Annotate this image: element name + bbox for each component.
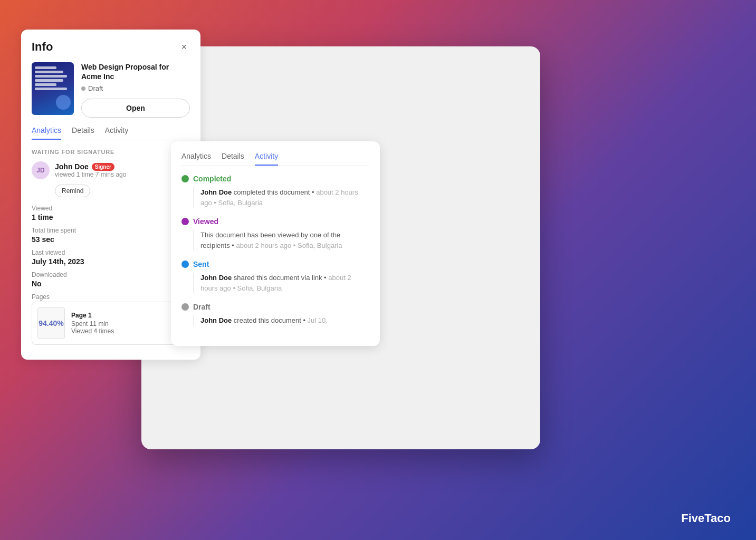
stat-lastviewed: Last viewed July 14th, 2023 xyxy=(32,249,190,266)
thumb-line xyxy=(35,66,56,69)
stat-downloaded-value: No xyxy=(32,279,190,288)
signer-viewed-text: viewed 1 time 7 mins ago xyxy=(55,171,190,178)
activity-content-draft: John Doe created this document • Jul 10, xyxy=(193,315,369,326)
activity-dot-draft xyxy=(181,303,189,311)
activity-header-viewed: Viewed xyxy=(181,217,369,226)
thumb-accent xyxy=(56,95,71,110)
page-percent: 94.40% xyxy=(39,319,63,327)
activity-panel: Analytics Details Activity Completed Joh… xyxy=(171,141,380,346)
activity-text-completed: completed this document • xyxy=(234,188,316,196)
activity-meta-draft: Jul 10, xyxy=(308,316,328,324)
signer-name-row: John Doe Signer xyxy=(55,162,190,171)
branding: FiveTaco xyxy=(681,512,731,525)
stat-downloaded-label: Downloaded xyxy=(32,271,190,278)
pages-section: Pages 94.40% Page 1 Spent 11 min Viewed … xyxy=(32,293,190,345)
document-name: Web Design Proposal for Acme Inc xyxy=(81,62,190,81)
remind-button[interactable]: Remind xyxy=(55,185,90,197)
status-dot xyxy=(81,86,85,91)
info-header: Info × xyxy=(32,40,190,54)
activity-actor-completed: John Doe xyxy=(200,188,232,196)
activity-item-draft: Draft John Doe created this document • J… xyxy=(181,303,369,326)
activity-label-sent: Sent xyxy=(193,260,209,268)
status-text: Draft xyxy=(88,84,103,92)
page-card: 94.40% Page 1 Spent 11 min Viewed 4 time… xyxy=(32,302,190,345)
activity-label-viewed: Viewed xyxy=(193,217,218,226)
activity-header-completed: Completed xyxy=(181,175,369,183)
activity-tab-details[interactable]: Details xyxy=(222,152,244,166)
activity-text-sent: shared this document via link • xyxy=(234,274,328,282)
page-viewed: Viewed 4 times xyxy=(71,327,114,335)
signer-badge: Signer xyxy=(92,163,114,171)
stat-time: Total time spent 53 sec xyxy=(32,227,190,244)
document-info: Web Design Proposal for Acme Inc Draft O… xyxy=(81,62,190,118)
activity-content-viewed: This document has been viewed by one of … xyxy=(193,230,369,250)
activity-actor-draft: John Doe xyxy=(200,316,232,324)
stat-viewed: Viewed 1 time xyxy=(32,205,190,221)
pages-label: Pages xyxy=(32,293,190,301)
document-thumbnail xyxy=(32,62,74,115)
thumb-line xyxy=(35,83,56,86)
activity-label-draft: Draft xyxy=(193,303,210,311)
activity-label-completed: Completed xyxy=(193,175,231,183)
activity-dot-viewed xyxy=(181,218,189,225)
stat-lastviewed-label: Last viewed xyxy=(32,249,190,256)
document-preview-row: Web Design Proposal for Acme Inc Draft O… xyxy=(32,62,190,118)
page-thumbnail: 94.40% xyxy=(37,307,65,339)
activity-tab-analytics[interactable]: Analytics xyxy=(181,152,211,166)
stat-viewed-label: Viewed xyxy=(32,205,190,212)
info-panel-title: Info xyxy=(32,40,53,54)
activity-text-draft: created this document • xyxy=(234,316,308,324)
document-status-row: Draft xyxy=(81,84,190,92)
signer-row: JD John Doe Signer viewed 1 time 7 mins … xyxy=(32,161,190,179)
signer-info: John Doe Signer viewed 1 time 7 mins ago xyxy=(55,162,190,178)
stat-time-value: 53 sec xyxy=(32,235,190,244)
activity-dot-completed xyxy=(181,175,189,182)
activity-item-completed: Completed John Doe completed this docume… xyxy=(181,175,369,208)
waiting-label: WAITING FOR SIGNATURE xyxy=(32,149,190,155)
tab-activity[interactable]: Activity xyxy=(105,126,128,140)
stat-downloaded: Downloaded No xyxy=(32,271,190,288)
signer-avatar: JD xyxy=(32,161,50,179)
activity-meta-viewed: about 2 hours ago • Sofia, Bulgaria xyxy=(236,242,342,249)
activity-dot-sent xyxy=(181,261,189,268)
activity-item-viewed: Viewed This document has been viewed by … xyxy=(181,217,369,250)
close-button[interactable]: × xyxy=(178,41,190,54)
stat-lastviewed-value: July 14th, 2023 xyxy=(32,257,190,266)
stat-time-label: Total time spent xyxy=(32,227,190,234)
activity-content-completed: John Doe completed this document • about… xyxy=(193,187,369,208)
stat-viewed-value: 1 time xyxy=(32,213,190,221)
page-name: Page 1 xyxy=(71,312,114,319)
activity-tabs: Analytics Details Activity xyxy=(181,152,369,166)
page-details: Page 1 Spent 11 min Viewed 4 times xyxy=(71,312,114,335)
activity-item-sent: Sent John Doe shared this document via l… xyxy=(181,260,369,293)
tab-analytics[interactable]: Analytics xyxy=(32,126,61,140)
activity-header-draft: Draft xyxy=(181,303,369,311)
open-button[interactable]: Open xyxy=(81,99,190,118)
activity-header-sent: Sent xyxy=(181,260,369,268)
thumb-line xyxy=(35,75,67,78)
page-spent: Spent 11 min xyxy=(71,320,114,327)
activity-content-sent: John Doe shared this document via link •… xyxy=(193,273,369,293)
activity-actor-sent: John Doe xyxy=(200,274,232,282)
thumb-line xyxy=(35,88,67,90)
tab-details[interactable]: Details xyxy=(72,126,94,140)
signer-name: John Doe xyxy=(55,162,89,171)
thumb-line xyxy=(35,79,63,82)
activity-tab-activity[interactable]: Activity xyxy=(255,152,278,166)
info-tabs: Analytics Details Activity xyxy=(32,126,190,140)
thumb-line xyxy=(35,71,63,73)
